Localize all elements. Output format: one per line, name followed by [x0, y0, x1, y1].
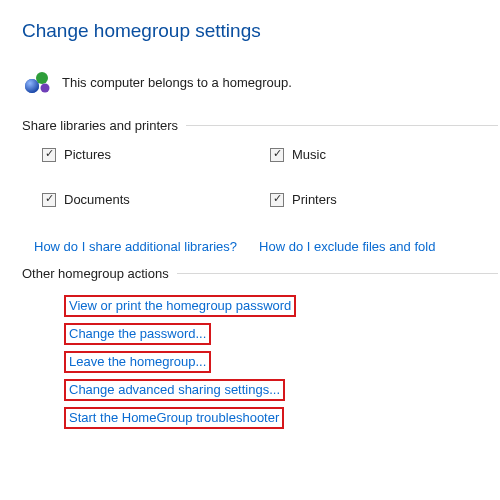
svg-point-3 — [41, 84, 50, 93]
divider — [186, 125, 498, 126]
share-section-header: Share libraries and printers — [22, 118, 498, 133]
link-troubleshooter[interactable]: Start the HomeGroup troubleshooter — [69, 410, 279, 425]
checkmark-icon — [270, 148, 284, 162]
checkbox-documents[interactable]: Documents — [42, 192, 270, 207]
checkmark-icon — [42, 193, 56, 207]
checkbox-label: Pictures — [64, 147, 111, 162]
help-links: How do I share additional libraries? How… — [34, 239, 498, 254]
link-leave-homegroup[interactable]: Leave the homegroup... — [69, 354, 206, 369]
checkbox-pictures[interactable]: Pictures — [42, 147, 270, 162]
status-text: This computer belongs to a homegroup. — [62, 75, 292, 90]
link-exclude-files[interactable]: How do I exclude files and fold — [259, 239, 435, 254]
checkbox-label: Printers — [292, 192, 337, 207]
checkmark-icon — [42, 148, 56, 162]
other-actions-list: View or print the homegroup password Cha… — [22, 295, 498, 435]
svg-point-2 — [36, 72, 48, 84]
link-share-additional[interactable]: How do I share additional libraries? — [34, 239, 237, 254]
other-actions-label: Other homegroup actions — [22, 266, 169, 281]
checkbox-printers[interactable]: Printers — [270, 192, 498, 207]
homegroup-icon — [22, 68, 52, 96]
checkbox-music[interactable]: Music — [270, 147, 498, 162]
share-section-label: Share libraries and printers — [22, 118, 178, 133]
link-view-password[interactable]: View or print the homegroup password — [69, 298, 291, 313]
link-change-password[interactable]: Change the password... — [69, 326, 206, 341]
checkmark-icon — [270, 193, 284, 207]
link-advanced-sharing[interactable]: Change advanced sharing settings... — [69, 382, 280, 397]
share-checkboxes: Pictures Music Documents Printers — [22, 147, 498, 207]
divider — [177, 273, 498, 274]
checkbox-label: Documents — [64, 192, 130, 207]
homegroup-status: This computer belongs to a homegroup. — [22, 68, 498, 96]
checkbox-label: Music — [292, 147, 326, 162]
page-title: Change homegroup settings — [22, 20, 498, 42]
other-actions-header: Other homegroup actions — [22, 266, 498, 281]
